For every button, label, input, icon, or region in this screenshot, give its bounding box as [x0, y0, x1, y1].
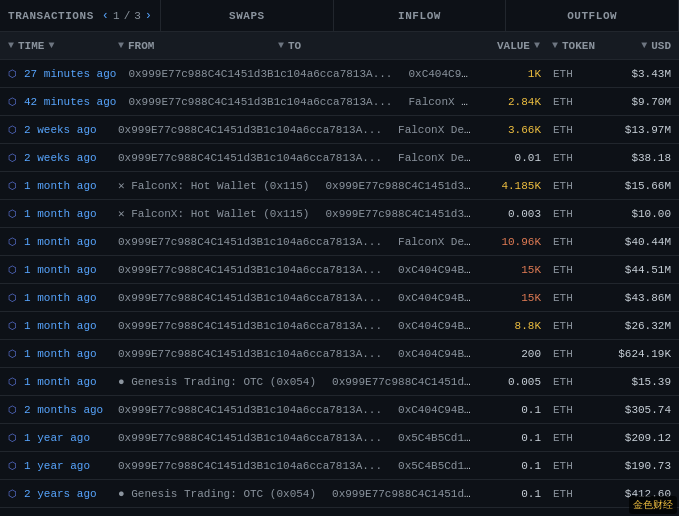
- cell-token: ETH: [549, 236, 599, 248]
- table-row[interactable]: ⬡ 1 month ago 0x999E77c988C4C1451d3B1c10…: [0, 256, 679, 284]
- page-total: 3: [134, 10, 141, 22]
- cell-value: 0.005: [479, 376, 549, 388]
- cell-to: 0xC404C94B8bf3497d1f5c0FD548a0556e0D9...: [390, 292, 479, 304]
- cell-from: ● Genesis Trading: OTC (0x054): [110, 488, 324, 500]
- cell-from: 0x999E77c988C4C1451d3B1c104a6cca7813A...: [110, 124, 390, 136]
- value-amount: 15K: [521, 264, 541, 276]
- from-address: 0x999E77c988C4C1451d3B1c104a6cca7813A...: [118, 124, 382, 136]
- table-row[interactable]: ⬡ 1 month ago ✕ FalconX: Hot Wallet (0x1…: [0, 172, 679, 200]
- page-indicator: ‹ 1 / 3 ›: [102, 9, 152, 23]
- cell-from: 0x999E77c988C4C1451d3B1c104a6cca7813A...: [110, 292, 390, 304]
- cell-token: ETH: [549, 432, 599, 444]
- cell-usd: $305.74: [599, 404, 679, 416]
- to-address: FalconX Deposit (0x827): [408, 96, 479, 108]
- eth-icon: ⬡: [8, 292, 20, 304]
- prev-page-button[interactable]: ‹: [102, 9, 109, 23]
- col-header-from[interactable]: ▼ FROM: [110, 40, 270, 52]
- cell-usd: $209.12: [599, 432, 679, 444]
- time-value: 1 month ago: [24, 320, 97, 332]
- table-row[interactable]: ⬡ 2 weeks ago 0x999E77c988C4C1451d3B1c10…: [0, 116, 679, 144]
- time-col-label: TIME: [18, 40, 44, 52]
- cell-from: 0x999E77c988C4C1451d3B1c104a6cca7813A...: [110, 320, 390, 332]
- table-row[interactable]: ⬡ 1 month ago ● Genesis Trading: OTC (0x…: [0, 368, 679, 396]
- table-row[interactable]: ⬡ 1 month ago ✕ FalconX: Hot Wallet (0x1…: [0, 200, 679, 228]
- cell-token: ETH: [549, 348, 599, 360]
- cell-token: ETH: [549, 376, 599, 388]
- time-value: 1 month ago: [24, 180, 97, 192]
- value-amount: 200: [521, 348, 541, 360]
- usd-col-label: USD: [651, 40, 671, 52]
- cell-time: ⬡ 2 months ago: [0, 404, 110, 416]
- value-col-label: VALUE: [497, 40, 530, 52]
- from-address: 0x999E77c988C4C1451d3B1c104a6cca7813A...: [118, 432, 382, 444]
- from-address: 0x999E77c988C4C1451d3B1c104a6cca7813A...: [118, 348, 382, 360]
- eth-icon: ⬡: [8, 264, 20, 276]
- usd-value: $40.44M: [625, 236, 671, 248]
- to-address: 0xC404C94B8bf3497d1f5c0FD548a0556e0D9...: [398, 404, 479, 416]
- token-name: ETH: [553, 348, 573, 360]
- token-name: ETH: [553, 180, 573, 192]
- cell-value: 4.185K: [479, 180, 549, 192]
- table-body: ⬡ 27 minutes ago 0x999E77c988C4C1451d3B1…: [0, 60, 679, 516]
- time-value: 42 minutes ago: [24, 96, 116, 108]
- cell-from: 0x999E77c988C4C1451d3B1c104a6cca7813A...: [110, 348, 390, 360]
- token-name: ETH: [553, 460, 573, 472]
- to-col-label: TO: [288, 40, 301, 52]
- col-header-token[interactable]: ▼ TOKEN: [548, 40, 599, 52]
- token-name: ETH: [553, 432, 573, 444]
- col-header-to[interactable]: ▼ TO: [270, 40, 478, 52]
- token-name: ETH: [553, 488, 573, 500]
- cell-token: ETH: [549, 404, 599, 416]
- table-row[interactable]: ⬡ 1 year ago 0x999E77c988C4C1451d3B1c104…: [0, 424, 679, 452]
- col-header-value[interactable]: VALUE ▼: [478, 40, 548, 52]
- table-row[interactable]: ⬡ 2 years ago ● Genesis Trading: OTC (0x…: [0, 480, 679, 508]
- table-row[interactable]: ⬡ 2 weeks ago 0x999E77c988C4C1451d3B1c10…: [0, 144, 679, 172]
- usd-value: $15.66M: [625, 180, 671, 192]
- cell-token: ETH: [549, 124, 599, 136]
- time-value: 2 weeks ago: [24, 152, 97, 164]
- table-row[interactable]: ⬡ 1 month ago 0x999E77c988C4C1451d3B1c10…: [0, 340, 679, 368]
- usd-value: $10.00: [631, 208, 671, 220]
- swaps-label: SWAPS: [229, 10, 265, 22]
- to-address: FalconX Deposit (0x827): [398, 236, 479, 248]
- table-row[interactable]: ⬡ 1 month ago 0x999E77c988C4C1451d3B1c10…: [0, 284, 679, 312]
- cell-value: 200: [479, 348, 549, 360]
- table-row[interactable]: ⬡ 1 month ago 0x999E77c988C4C1451d3B1c10…: [0, 228, 679, 256]
- cell-time: ⬡ 2 weeks ago: [0, 152, 110, 164]
- cell-usd: $10.00: [599, 208, 679, 220]
- time-value: 1 year ago: [24, 460, 90, 472]
- cell-to: FalconX Deposit (0x827): [390, 124, 479, 136]
- from-address: 0x999E77c988C4C1451d3B1c104a6cca7813A...: [118, 460, 382, 472]
- cell-usd: $624.19K: [599, 348, 679, 360]
- time-value: 2 years ago: [24, 488, 97, 500]
- eth-icon: ⬡: [8, 96, 20, 108]
- cell-value: 10.96K: [479, 236, 549, 248]
- usd-value: $305.74: [625, 404, 671, 416]
- token-name: ETH: [553, 376, 573, 388]
- cell-from: 0x999E77c988C4C1451d3B1c104a6cca7813A...: [120, 68, 400, 80]
- eth-icon: ⬡: [8, 320, 20, 332]
- next-page-button[interactable]: ›: [145, 9, 152, 23]
- cell-value: 15K: [479, 292, 549, 304]
- value-amount: 0.01: [515, 152, 541, 164]
- value-amount: 3.66K: [508, 124, 541, 136]
- to-address: 0x5C4B5Cd13682d59B264A6b2FFB7885F436...: [398, 460, 479, 472]
- time-value: 27 minutes ago: [24, 68, 116, 80]
- cell-to: FalconX Deposit (0x827): [390, 152, 479, 164]
- table-row[interactable]: ⬡ 42 minutes ago 0x999E77c988C4C1451d3B1…: [0, 88, 679, 116]
- table-row[interactable]: ⬡ 1 month ago 0x999E77c988C4C1451d3B1c10…: [0, 312, 679, 340]
- cell-to: 0xC404C94B8bf3497d1f5c0FD548a0556e0D9...: [390, 264, 479, 276]
- table-row[interactable]: ⬡ 1 year ago 0x999E77c988C4C1451d3B1c104…: [0, 452, 679, 480]
- from-address: ✕ FalconX: Hot Wallet (0x115): [118, 208, 309, 220]
- cell-time: ⬡ 1 month ago: [0, 376, 110, 388]
- table-row[interactable]: ⬡ 27 minutes ago 0x999E77c988C4C1451d3B1…: [0, 60, 679, 88]
- value-amount: 1K: [528, 68, 541, 80]
- time-value: 1 month ago: [24, 208, 97, 220]
- col-header-time[interactable]: ▼ TIME ▼: [0, 40, 110, 52]
- eth-icon: ⬡: [8, 404, 20, 416]
- col-header-usd[interactable]: ▼ USD: [599, 40, 679, 52]
- table-row[interactable]: ⬡ 2 months ago 0x999E77c988C4C1451d3B1c1…: [0, 396, 679, 424]
- to-address: 0x999E77c988C4C1451d3B1c104a6cca7813A...: [325, 208, 479, 220]
- token-name: ETH: [553, 236, 573, 248]
- value-sort-icon: ▼: [534, 40, 540, 51]
